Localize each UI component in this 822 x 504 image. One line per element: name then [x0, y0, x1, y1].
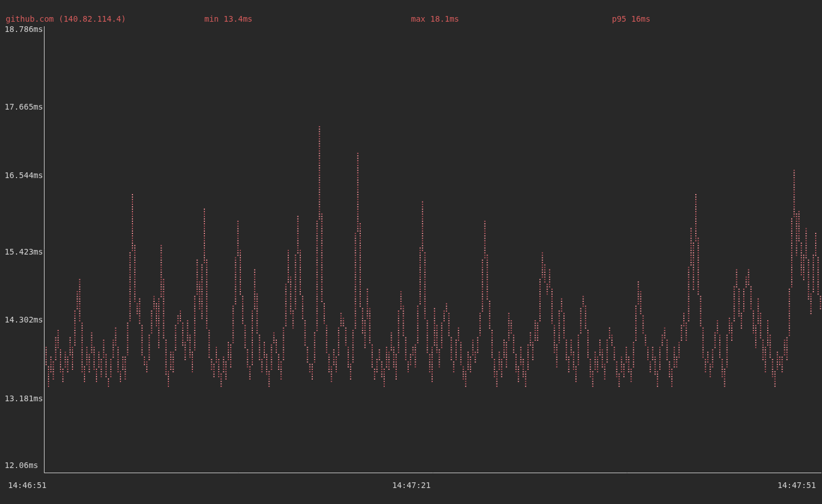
y-axis-tick-label: 12.06ms [5, 461, 38, 470]
y-axis-tick-label: 14.302ms [5, 315, 43, 324]
y-axis-tick-label: 13.181ms [5, 394, 43, 403]
gping-terminal-screen: github.com (140.82.114.4) min 13.4ms max… [0, 0, 822, 504]
ping-target-label: github.com (140.82.114.4) [6, 14, 126, 24]
max-latency-stat: max 18.1ms [411, 14, 459, 24]
min-latency-stat: min 13.4ms [204, 14, 252, 24]
x-axis-tick-label: 14:47:51 [777, 481, 816, 490]
y-axis-tick-label: 16.544ms [5, 171, 43, 180]
x-axis-tick-label: 14:47:21 [392, 481, 430, 490]
y-axis-tick-label: 17.665ms [5, 102, 43, 111]
y-axis-tick-label: 18.786ms [5, 25, 43, 34]
latency-chart-canvas [0, 0, 822, 504]
p95-latency-stat: p95 16ms [612, 14, 650, 24]
y-axis-tick-label: 15.423ms [5, 247, 43, 256]
x-axis-tick-label: 14:46:51 [8, 481, 46, 490]
